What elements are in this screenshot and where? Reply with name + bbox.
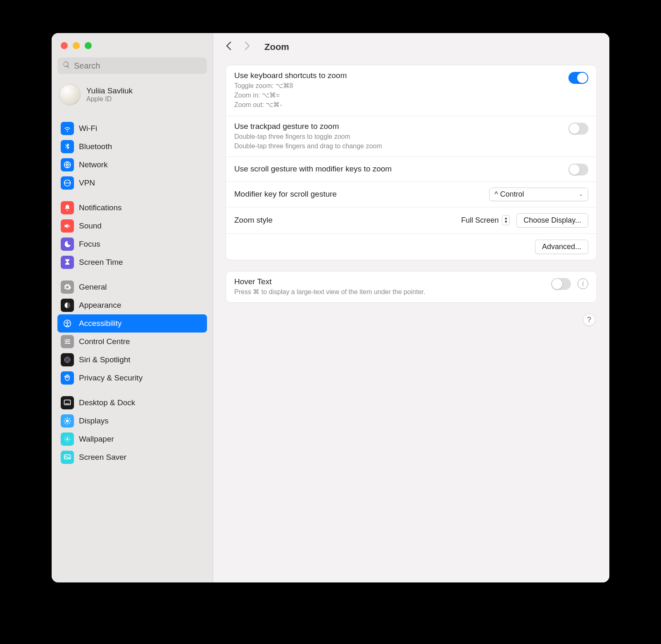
row-title: Use trackpad gesture to zoom <box>234 122 560 131</box>
minimize-window-button[interactable] <box>73 42 80 49</box>
help-button[interactable]: ? <box>583 314 595 326</box>
sidebar-item-screen-time[interactable]: Screen Time <box>57 253 207 271</box>
zoom-style-row: Zoom style Full Screen ▲▼ Choose Display… <box>226 207 597 234</box>
moon-icon <box>61 238 74 251</box>
sidebar-item-label: Displays <box>79 416 109 425</box>
row-title: Hover Text <box>234 277 543 286</box>
hand-icon <box>61 371 74 385</box>
sidebar-item-general[interactable]: General <box>57 278 207 296</box>
settings-window: Yuliia Savliuk Apple ID Wi-FiBluetoothNe… <box>52 33 609 582</box>
sidebar-item-accessibility[interactable]: Accessibility <box>57 314 207 333</box>
sidebar-item-label: Wallpaper <box>79 435 114 444</box>
sidebar-item-privacy-security[interactable]: Privacy & Security <box>57 369 207 387</box>
svg-point-9 <box>66 358 69 361</box>
search-field[interactable] <box>57 57 207 74</box>
sidebar-item-bluetooth[interactable]: Bluetooth <box>57 138 207 156</box>
svg-point-5 <box>68 339 69 340</box>
siri-icon <box>61 353 74 366</box>
sidebar-item-appearance[interactable]: Appearance <box>57 296 207 314</box>
accessibility-icon <box>61 317 74 330</box>
sound-icon <box>61 219 74 233</box>
displays-icon <box>61 414 74 428</box>
row-sub: Press ⌘ to display a large-text view of … <box>234 287 543 297</box>
appearance-icon <box>61 299 74 312</box>
screensaver-icon <box>61 451 74 464</box>
trackpad-gesture-toggle[interactable] <box>568 123 588 135</box>
zoom-style-popup[interactable]: Full Screen ▲▼ <box>461 215 510 225</box>
wallpaper-icon <box>61 433 74 446</box>
svg-point-6 <box>66 341 67 342</box>
sidebar-item-screen-saver[interactable]: Screen Saver <box>57 448 207 466</box>
keyboard-shortcuts-row: Use keyboard shortcuts to zoom Toggle zo… <box>226 65 597 116</box>
bluetooth-icon <box>61 140 74 153</box>
back-button[interactable] <box>224 40 234 53</box>
sidebar-item-vpn[interactable]: VPN <box>57 174 207 192</box>
sidebar-item-label: VPN <box>79 178 95 188</box>
zoom-settings-panel: Use keyboard shortcuts to zoom Toggle zo… <box>226 65 597 260</box>
hover-text-panel: Hover Text Press ⌘ to display a large-te… <box>226 271 597 303</box>
row-title: Use scroll gesture with modifier keys to… <box>234 164 560 173</box>
row-sub: Toggle zoom: ⌥⌘8 Zoom in: ⌥⌘= Zoom out: … <box>234 81 560 110</box>
sidebar-scroll[interactable]: Wi-FiBluetoothNetworkVPNNotificationsSou… <box>52 113 213 582</box>
fullscreen-window-button[interactable] <box>85 42 92 49</box>
advanced-button[interactable]: Advanced... <box>535 240 588 254</box>
bell-icon <box>61 201 74 214</box>
keyboard-shortcuts-toggle[interactable] <box>568 72 588 84</box>
sidebar-item-label: General <box>79 283 107 292</box>
sidebar-item-control-centre[interactable]: Control Centre <box>57 333 207 351</box>
chevron-down-icon: ⌄ <box>579 191 583 197</box>
account-name: Yuliia Savliuk <box>86 86 133 95</box>
hourglass-icon <box>61 256 74 269</box>
sidebar-item-label: Appearance <box>79 301 121 310</box>
vpn-icon <box>61 176 74 190</box>
search-icon <box>62 61 71 71</box>
svg-point-4 <box>67 321 68 322</box>
window-controls <box>52 39 213 57</box>
svg-point-7 <box>69 343 70 344</box>
sidebar-item-focus[interactable]: Focus <box>57 235 207 253</box>
choose-display-button[interactable]: Choose Display... <box>516 213 588 228</box>
search-input[interactable] <box>74 61 202 71</box>
sidebar-item-label: Network <box>79 160 108 169</box>
wifi-icon <box>61 122 74 135</box>
modifier-key-select[interactable]: ^ Control ⌄ <box>489 188 588 201</box>
info-icon[interactable]: i <box>578 278 588 289</box>
sidebar-item-notifications[interactable]: Notifications <box>57 199 207 217</box>
sidebar-item-label: Privacy & Security <box>79 373 143 383</box>
sidebar-item-label: Screen Time <box>79 258 123 267</box>
svg-point-10 <box>67 359 69 361</box>
sidebar-item-label: Siri & Spotlight <box>79 355 131 364</box>
sidebar-item-siri-spotlight[interactable]: Siri & Spotlight <box>57 351 207 369</box>
svg-point-14 <box>67 438 69 440</box>
scroll-gesture-toggle[interactable] <box>568 164 588 176</box>
close-window-button[interactable] <box>61 42 68 49</box>
sidebar-item-label: Notifications <box>79 203 122 212</box>
svg-point-8 <box>64 357 70 362</box>
row-title: Use keyboard shortcuts to zoom <box>234 71 560 80</box>
main-pane: Zoom Use keyboard shortcuts to zoom Togg… <box>213 33 609 582</box>
hover-text-toggle[interactable] <box>551 278 571 290</box>
sidebar-item-wallpaper[interactable]: Wallpaper <box>57 430 207 448</box>
sidebar-item-label: Sound <box>79 221 102 231</box>
row-title: Modifier key for scroll gesture <box>234 190 481 199</box>
svg-point-13 <box>66 420 69 423</box>
apple-id-account[interactable]: Yuliia Savliuk Apple ID <box>52 80 213 113</box>
sidebar-item-sound[interactable]: Sound <box>57 217 207 235</box>
sidebar-item-label: Accessibility <box>79 319 121 328</box>
row-title: Zoom style <box>234 216 453 225</box>
sidebar-item-label: Control Centre <box>79 337 130 346</box>
sidebar-item-wi-fi[interactable]: Wi-Fi <box>57 119 207 138</box>
sidebar-item-desktop-dock[interactable]: Desktop & Dock <box>57 394 207 412</box>
titlebar: Zoom <box>213 33 609 59</box>
sidebar-item-network[interactable]: Network <box>57 156 207 174</box>
page-title: Zoom <box>264 42 289 52</box>
forward-button[interactable] <box>242 40 252 53</box>
up-down-icon: ▲▼ <box>502 215 510 225</box>
trackpad-gesture-row: Use trackpad gesture to zoom Double-tap … <box>226 116 597 157</box>
dock-icon <box>61 396 74 409</box>
sidebar-item-displays[interactable]: Displays <box>57 412 207 430</box>
scroll-gesture-row: Use scroll gesture with modifier keys to… <box>226 157 597 182</box>
network-icon <box>61 158 74 171</box>
sidebar-item-label: Focus <box>79 240 100 249</box>
row-sub: Double-tap three fingers to toggle zoom … <box>234 132 560 151</box>
